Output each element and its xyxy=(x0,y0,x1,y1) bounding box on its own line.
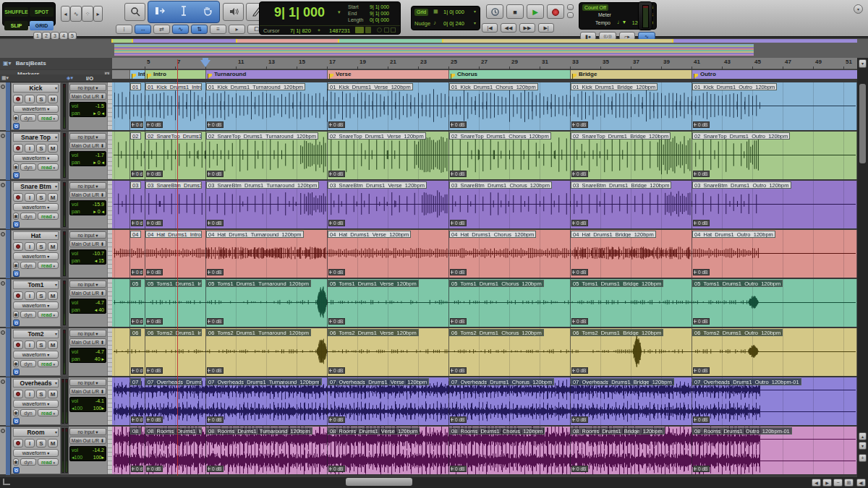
marker-intrf[interactable]: IntrF xyxy=(129,70,145,79)
track-name[interactable]: Tom2▾ xyxy=(13,330,59,338)
clip-gain-badge[interactable]: 0 dB xyxy=(207,318,224,325)
region-label[interactable]: 03_SnareBtm_Drums1_Bridge_120bpm xyxy=(571,181,671,189)
clip-gain-badge[interactable]: 0 dB xyxy=(146,220,163,226)
region-label[interactable]: 08_Rooms_Drums1_Turnaround_120bpm xyxy=(206,427,312,435)
track-input-monitor-button[interactable]: I xyxy=(25,242,35,251)
track-object-button[interactable]: O xyxy=(13,369,20,375)
track-elastic-audio-button[interactable]: ✱ xyxy=(13,360,19,367)
region-label[interactable]: 01_Kick_Drums1_Intro_120 xyxy=(145,83,202,90)
track-mute-button[interactable]: M xyxy=(48,390,58,398)
track-object-button[interactable]: O xyxy=(13,221,20,228)
pan-value[interactable]: ▸ 0 ◂ xyxy=(93,110,104,117)
track-name[interactable]: Tom1▾ xyxy=(13,281,59,289)
track-automation-mode[interactable]: read ▾ xyxy=(38,114,59,121)
track-vol-pan-display[interactable]: vol-4.7 pan40 ▸ xyxy=(69,348,106,363)
track-vol-pan-display[interactable]: vol-1.5 pan▸ 0 ◂ xyxy=(69,102,106,117)
scroll-down-button[interactable]: ▾ xyxy=(859,442,867,450)
region-label[interactable]: 04_Hat_Drums1_Verse_120bpm xyxy=(328,231,411,238)
region-label[interactable]: 02_Sn xyxy=(130,132,141,140)
grid-icon[interactable]: ▦ xyxy=(433,9,438,14)
track-elastic-audio-button[interactable]: ✱ xyxy=(13,409,19,416)
track-object-button[interactable]: O xyxy=(13,467,20,474)
track-object-button[interactable]: O xyxy=(13,123,20,129)
track-solo-button[interactable]: S xyxy=(36,341,46,349)
track-solo-button[interactable]: S xyxy=(36,291,46,300)
track-lane-room[interactable]: 08_Ro0 dB08_Rooms_Drums1_Intro_0 dB08_Ro… xyxy=(112,427,857,475)
clip-gain-badge[interactable]: 0 dB xyxy=(207,220,224,226)
clip-gain-badge[interactable]: 0 dB xyxy=(571,121,588,128)
clip-gain-badge[interactable]: 0 dB xyxy=(571,171,588,177)
return-to-zero-button[interactable]: |◀ xyxy=(482,23,498,33)
grid-label[interactable]: Grid xyxy=(414,9,428,16)
clip-gain-badge[interactable]: 0 dB xyxy=(328,466,345,472)
clip-gain-badge[interactable]: 0 dB xyxy=(693,121,710,128)
region-label[interactable]: 02_SnareTop_Drums1_Intr xyxy=(145,132,202,140)
track-dyn-button[interactable]: dyn xyxy=(20,213,36,220)
region-label[interactable]: 07_Overheads_Drums1_Turnaround_120bpm xyxy=(206,378,322,385)
region-label[interactable]: 01_Kick_Drums1_Chorus_120bpm xyxy=(449,83,538,90)
track-input-selector[interactable]: no input ▾ xyxy=(69,182,106,189)
clip-gain-badge[interactable]: 0 dB xyxy=(693,416,710,423)
track-color-bar[interactable] xyxy=(6,132,11,180)
region-label[interactable]: 08_Rooms_Drums1_Outro_120bpm-01 xyxy=(692,427,792,435)
track-solo-button[interactable]: S xyxy=(36,439,46,448)
mode-spot-button[interactable]: SPOT xyxy=(30,7,54,17)
clip-gain-badge[interactable]: 0 dB xyxy=(131,269,143,275)
record-button[interactable] xyxy=(547,4,564,19)
region-label[interactable]: 08_Rooms_Drums1_Bridge_120bpm xyxy=(571,427,665,435)
clip-gain-badge[interactable]: 0 dB xyxy=(328,318,345,325)
pan-value[interactable]: 100▸ xyxy=(93,405,104,412)
region-label[interactable]: 03_SnareBtm_Drums1_Chorus_120bpm xyxy=(449,181,552,189)
main-counter[interactable]: 9| 1| 000 xyxy=(274,5,325,20)
region-label[interactable]: 05_Toms1_Drums1_Intro_1 xyxy=(145,280,202,287)
track-view-selector[interactable]: waveform ▾ xyxy=(13,203,59,211)
track-record-arm-button[interactable] xyxy=(13,439,23,448)
vol-value[interactable]: -15.9 xyxy=(93,201,104,208)
track-color-bar[interactable] xyxy=(6,328,11,377)
markers-ruler[interactable]: Markers + IntrFIntroTurnaroundVerseChoru… xyxy=(0,70,868,79)
region-label[interactable]: 04_Hat_Drums1_Chorus_120bpm xyxy=(449,231,536,238)
clip-gain-badge[interactable]: 0 dB xyxy=(131,220,143,226)
track-solo-button[interactable]: S xyxy=(36,242,46,251)
track-minimize-button[interactable] xyxy=(1,281,5,286)
track-input-monitor-button[interactable]: I xyxy=(25,291,35,300)
region-label[interactable]: 08_Ro xyxy=(130,427,141,435)
region-label[interactable]: 06_To xyxy=(130,329,141,336)
track-output-selector[interactable]: Main Out L/R ⬍ xyxy=(69,437,106,444)
clip-gain-badge[interactable]: 0 dB xyxy=(328,121,345,128)
track-elastic-audio-button[interactable]: ✱ xyxy=(13,163,19,171)
universe-view[interactable] xyxy=(0,39,868,58)
clip-gain-badge[interactable]: 0 dB xyxy=(571,269,588,275)
track-name[interactable]: Overheads▾ xyxy=(13,379,59,388)
track-vol-pan-display[interactable]: vol-1.7 pan▸ 0 ◂ xyxy=(69,151,106,166)
track-color-icon[interactable]: ◈▾ xyxy=(67,75,73,81)
region-label[interactable]: 05_Toms1_Drums1_Chorus_120bpm xyxy=(449,280,544,287)
region-label[interactable]: 06_Toms2_Drums1_Verse_120bpm xyxy=(328,329,419,336)
transport-option-b-button[interactable] xyxy=(567,12,574,18)
grid-menu-arrow[interactable]: ▾ xyxy=(474,9,476,14)
track-minimize-button[interactable] xyxy=(1,429,5,433)
clip-gain-badge[interactable]: 0 dB xyxy=(571,220,588,226)
mode-slip-button[interactable]: SLIP xyxy=(4,21,28,30)
track-view-selector[interactable]: waveform ▾ xyxy=(13,351,59,359)
track-output-selector[interactable]: Main Out L/R ⬍ xyxy=(69,142,106,149)
end-value[interactable]: 9| 1| 000 xyxy=(370,11,389,16)
marker-outro[interactable]: Outro xyxy=(692,70,857,79)
pan-value[interactable]: ▸ 0 ◂ xyxy=(93,159,104,166)
track-automation-mode[interactable]: read ▾ xyxy=(38,262,59,269)
track-lane-tom2[interactable]: 06_To0 dB06_Toms2_Drums1_Intro_10 dB06_T… xyxy=(112,328,857,377)
track-dyn-button[interactable]: dyn xyxy=(20,114,36,121)
scrubber-tool-button[interactable] xyxy=(223,3,244,21)
pan-value[interactable]: 100▸ xyxy=(93,454,104,461)
region-label[interactable]: 04_Hat_Drums1_Turnaround_120bpm xyxy=(206,231,304,238)
region-label[interactable]: 08_Rooms_Drums1_Chorus_120bpm xyxy=(449,427,545,435)
transport-option-a-button[interactable] xyxy=(567,4,574,10)
clip-gain-badge[interactable]: 0 dB xyxy=(207,466,224,472)
track-automation-mode[interactable]: read ▾ xyxy=(38,311,59,318)
region-label[interactable]: 07_Overheads_Drums1_Outro_120bpm-01 xyxy=(692,378,801,385)
track-mute-button[interactable]: M xyxy=(48,439,58,448)
track-view-selector[interactable]: waveform ▾ xyxy=(13,449,59,457)
clip-gain-badge[interactable]: 0 dB xyxy=(146,416,163,423)
vol-value[interactable]: -14.2 xyxy=(93,447,104,454)
nudge-note-icon[interactable]: ♪ xyxy=(433,20,436,26)
